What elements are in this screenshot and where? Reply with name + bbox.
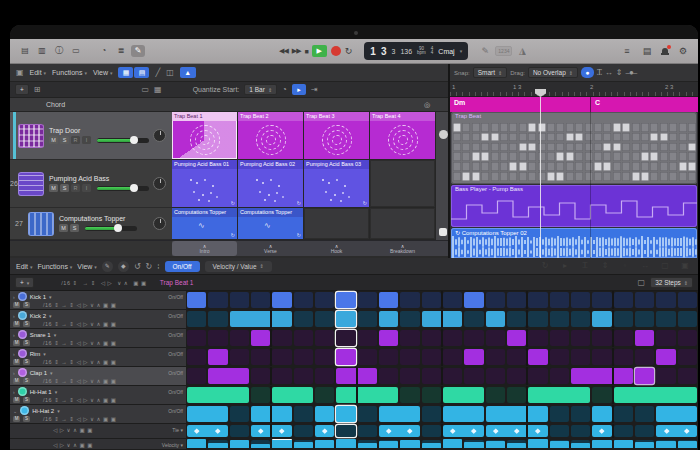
- editors-pencil-icon[interactable]: ✎: [131, 45, 145, 57]
- empty-cell[interactable]: [370, 208, 435, 239]
- edit-menu[interactable]: Edit ▾: [30, 69, 47, 76]
- step-cell-off[interactable]: [336, 425, 355, 437]
- step-cell-off[interactable]: [422, 349, 441, 365]
- row-mode-value[interactable]: On/Off: [168, 408, 183, 414]
- step-cell-off[interactable]: [507, 311, 526, 327]
- list-icon[interactable]: ≡: [620, 45, 634, 57]
- step-cell-on[interactable]: [336, 406, 355, 422]
- empty-cell[interactable]: [370, 160, 435, 207]
- row-mode-value[interactable]: On/Off: [168, 351, 183, 357]
- volume-slider[interactable]: [97, 186, 149, 191]
- step-cell-off[interactable]: [443, 349, 462, 365]
- velocity-bar[interactable]: [379, 441, 398, 448]
- drag-select[interactable]: No Overlap⇕: [528, 67, 578, 78]
- step-cell-off[interactable]: [571, 425, 590, 437]
- solo-button[interactable]: S: [23, 378, 30, 384]
- step-cell-off[interactable]: [678, 311, 697, 327]
- disclosure-arrow-icon[interactable]: ›: [13, 294, 15, 300]
- pencil-icon[interactable]: ╱: [155, 68, 160, 77]
- velocity-bar[interactable]: [571, 443, 590, 449]
- scene-trigger[interactable]: ∧Hook: [304, 241, 369, 256]
- text-cursor-icon[interactable]: Ɪ: [597, 68, 602, 78]
- mute-button[interactable]: M: [49, 184, 58, 192]
- step-cell-on[interactable]: [208, 349, 227, 365]
- v-scroll-icon[interactable]: ⇕: [598, 260, 612, 272]
- pan-knob[interactable]: [153, 129, 166, 142]
- step-cell-on[interactable]: [187, 292, 206, 308]
- step-cell-off[interactable]: [550, 349, 569, 365]
- step-cell-off[interactable]: [400, 387, 419, 403]
- row-mode-value[interactable]: On/Off: [168, 370, 183, 376]
- step-cell-off[interactable]: [550, 292, 569, 308]
- disclosure-arrow-icon[interactable]: ›: [13, 332, 15, 338]
- step-cell-off[interactable]: [187, 368, 206, 384]
- solo-button[interactable]: S: [23, 340, 30, 346]
- smart-controls-icon[interactable]: ◔: [97, 45, 111, 57]
- step-cell-on[interactable]: [486, 311, 505, 327]
- cells-view-icon[interactable]: ▤: [134, 67, 149, 78]
- volume-thumb[interactable]: [114, 224, 122, 232]
- step-cell-on[interactable]: [336, 349, 355, 365]
- cycle-icon[interactable]: ↻: [345, 46, 353, 56]
- scroll-anchor[interactable]: [439, 228, 447, 236]
- view-menu[interactable]: View ▾: [93, 69, 113, 76]
- mute-button[interactable]: M: [13, 416, 20, 422]
- more-icon[interactable]: ⁞: [157, 262, 159, 271]
- chord-track-header[interactable]: Chord ◎: [10, 98, 448, 112]
- step-cell-off[interactable]: [507, 368, 526, 384]
- step-cell-off[interactable]: [550, 311, 569, 327]
- pan-knob[interactable]: [153, 217, 166, 230]
- count-in-button[interactable]: 1234: [495, 46, 512, 56]
- record-dot-icon[interactable]: ◦: [618, 260, 632, 272]
- step-cell-on[interactable]: [464, 292, 483, 308]
- step-cell-off[interactable]: [187, 330, 206, 346]
- step-cell-on[interactable]: [486, 425, 548, 437]
- text-cursor-icon[interactable]: Ɪ: [578, 260, 592, 272]
- step-cell-on[interactable]: [571, 368, 633, 384]
- step-cell-on[interactable]: [443, 387, 484, 403]
- play-button[interactable]: ▶: [312, 45, 327, 57]
- step-cell-on[interactable]: [379, 311, 398, 327]
- disclosure-arrow-icon[interactable]: ›: [13, 389, 15, 395]
- step-cell-on[interactable]: [592, 406, 611, 422]
- step-cell-off[interactable]: [358, 349, 377, 365]
- region-bass-player[interactable]: Bass Player - Pump Bass: [451, 185, 697, 227]
- step-cell-off[interactable]: [400, 368, 419, 384]
- functions-menu[interactable]: Functions ▾: [52, 69, 87, 76]
- step-cell-on[interactable]: [336, 292, 355, 308]
- step-cell-off[interactable]: [379, 349, 398, 365]
- step-cell-off[interactable]: [400, 349, 419, 365]
- step-cell-off[interactable]: [443, 330, 462, 346]
- step-cell-off[interactable]: [464, 330, 483, 346]
- mute-button[interactable]: M: [59, 224, 68, 232]
- step-cell-on[interactable]: [315, 406, 334, 422]
- step-cell-on[interactable]: [379, 330, 398, 346]
- step-cell-on[interactable]: [379, 425, 420, 437]
- step-cell-off[interactable]: [507, 387, 526, 403]
- step-cell-on[interactable]: [272, 387, 313, 403]
- refresh-icon[interactable]: ↻: [538, 260, 552, 272]
- row-name[interactable]: Hi-Hat 2: [32, 408, 54, 414]
- row-step-controls[interactable]: /16 ⇕ → ⇕ ◁ ▷ ∨ ∧ ▣ ▣: [43, 340, 117, 346]
- step-cell-on[interactable]: [230, 311, 292, 327]
- keyboard-icon[interactable]: ▤: [18, 45, 32, 57]
- row-header[interactable]: ›Rim▾On/OffMS/16 ⇕ → ⇕ ◁ ▷ ∨ ∧ ▣ ▣: [10, 348, 186, 366]
- step-cell-on[interactable]: [336, 387, 398, 403]
- velocity-bar[interactable]: [486, 441, 505, 449]
- step-cell-off[interactable]: [592, 292, 611, 308]
- step-cell-off[interactable]: [656, 292, 675, 308]
- row-header[interactable]: ›Kick 2▾On/OffMS/16 ⇕ → ⇕ ◁ ▷ ∨ ∧ ▣ ▣: [10, 310, 186, 328]
- row-header[interactable]: ›Kick 1▾On/OffMS/16 ⇕ → ⇕ ◁ ▷ ∨ ∧ ▣ ▣: [10, 291, 186, 309]
- step-cell-on[interactable]: [336, 311, 355, 327]
- scene-trigger[interactable]: ∧Intro: [172, 241, 237, 256]
- input-monitor-button[interactable]: I: [82, 184, 91, 192]
- loop-cell[interactable]: Trap Beat 3: [304, 112, 369, 159]
- step-cell-off[interactable]: [230, 330, 249, 346]
- region-computations-topper[interactable]: ↻ Computations Topper 02: [451, 228, 697, 258]
- step-cell-off[interactable]: [251, 349, 270, 365]
- step-cell-off[interactable]: [422, 406, 441, 422]
- step-cell-on[interactable]: [656, 349, 675, 365]
- solo-button[interactable]: S: [23, 397, 30, 403]
- rotate-left-icon[interactable]: ↺: [134, 262, 141, 271]
- step-cell-on[interactable]: [379, 292, 398, 308]
